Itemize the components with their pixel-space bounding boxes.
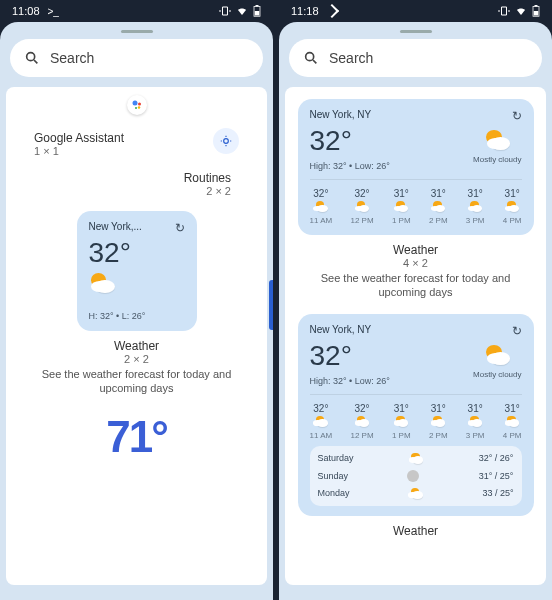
hour-cell: 31°1 PM [392, 403, 411, 440]
widget-highlow: H: 32° • L: 26° [89, 311, 185, 321]
weather-widget-desc: See the weather forecast for today and u… [293, 271, 538, 300]
refresh-icon[interactable]: ↻ [175, 221, 185, 235]
partly-cloudy-icon [394, 416, 408, 427]
svg-rect-1 [256, 5, 259, 7]
partly-cloudy-icon [409, 453, 423, 464]
hour-cell: 31°2 PM [429, 188, 448, 225]
widget-picker-panel: Search New York, NY ↻ 32° High: 32° • Lo… [279, 22, 552, 600]
partly-cloudy-icon [431, 416, 445, 427]
svg-line-18 [313, 60, 316, 63]
weather-widget-4x3[interactable]: New York, NY ↻ 32° High: 32° • Low: 26° … [298, 314, 534, 516]
weather-widget-4x2[interactable]: New York, NY ↻ 32° High: 32° • Low: 26° … [298, 99, 534, 235]
widget-city: New York, NY [310, 109, 372, 120]
widget-highlow: High: 32° • Low: 26° [310, 161, 390, 171]
moon-icon [407, 470, 419, 482]
svg-point-9 [224, 139, 229, 144]
svg-point-5 [132, 101, 137, 106]
partly-cloudy-icon [468, 416, 482, 427]
partly-cloudy-icon [505, 201, 519, 212]
wifi-icon [514, 5, 528, 17]
terminal-icon: >_ [48, 6, 59, 17]
assistant-size: 1 × 1 [34, 145, 124, 157]
partly-cloudy-icon [355, 201, 369, 212]
search-placeholder: Search [50, 50, 94, 66]
search-bar[interactable]: Search [10, 39, 263, 77]
wifi-icon [235, 5, 249, 17]
vibrate-icon [219, 5, 231, 17]
weather-widget-size: 2 × 2 [14, 353, 259, 365]
daily-forecast: Saturday32° / 26°Sunday31° / 25°Monday33… [310, 446, 522, 506]
search-bar[interactable]: Search [289, 39, 542, 77]
hour-cell: 32°12 PM [350, 188, 373, 225]
drag-handle[interactable] [121, 30, 153, 33]
refresh-icon[interactable]: ↻ [512, 109, 522, 123]
hourly-forecast: 32°11 AM32°12 PM31°1 PM31°2 PM31°3 PM31°… [310, 179, 522, 225]
partly-cloudy-icon [431, 201, 445, 212]
hourly-forecast: 32°11 AM32°12 PM31°1 PM31°2 PM31°3 PM31°… [310, 394, 522, 440]
weather-widget-2x2[interactable]: New York,... ↻ 32° H: 32° • L: 26° [77, 211, 197, 331]
status-bar: 11:08 >_ [0, 0, 273, 22]
scroll-indicator[interactable] [269, 280, 273, 330]
vibrate-icon [498, 5, 510, 17]
partly-cloudy-icon [314, 201, 328, 212]
partly-cloudy-icon [484, 130, 510, 150]
phone-right: 11:18 Search New Yor [279, 0, 552, 600]
widget-temp: 32° [89, 237, 185, 269]
hour-cell: 31°2 PM [429, 403, 448, 440]
svg-point-3 [27, 53, 35, 61]
widget-list: Google Assistant 1 × 1 Routines 2 × 2 Ne… [6, 87, 267, 585]
partly-cloudy-icon [484, 345, 510, 365]
svg-point-6 [138, 103, 141, 106]
partly-cloudy-icon [409, 488, 423, 499]
partly-cloudy-icon [89, 273, 115, 293]
battery-icon [532, 5, 540, 17]
nav-send-icon [324, 4, 338, 18]
routines-size: 2 × 2 [14, 185, 231, 197]
widget-temp: 32° [310, 125, 390, 157]
svg-point-8 [135, 107, 137, 109]
partly-cloudy-icon [394, 201, 408, 212]
weather-widget-desc: See the weather forecast for today and u… [14, 367, 259, 396]
widget-condition: Mostly cloudy [473, 155, 521, 164]
svg-rect-16 [534, 11, 539, 16]
day-row: Monday33 / 25° [318, 485, 514, 502]
svg-rect-2 [255, 11, 260, 16]
widget-picker-panel: Search Google Assistant 1 × 1 Routines 2… [0, 22, 273, 600]
svg-point-17 [306, 53, 314, 61]
search-icon [24, 50, 40, 66]
weather-widget-title: Weather [14, 339, 259, 353]
hour-cell: 32°12 PM [350, 403, 373, 440]
routines-widget-label[interactable]: Routines 2 × 2 [14, 161, 259, 203]
refresh-icon[interactable]: ↻ [512, 324, 522, 338]
clock: 11:08 [12, 5, 40, 17]
widget-condition: Mostly cloudy [473, 370, 521, 379]
clock: 11:18 [291, 5, 319, 17]
hour-cell: 31°1 PM [392, 188, 411, 225]
routines-bulb-icon[interactable] [213, 128, 239, 154]
svg-rect-15 [535, 5, 538, 7]
day-row: Sunday31° / 25° [318, 467, 514, 485]
status-bar: 11:18 [279, 0, 552, 22]
hour-cell: 31°3 PM [466, 188, 485, 225]
bottom-temp: 71° [14, 412, 259, 462]
svg-point-7 [137, 106, 140, 109]
drag-handle[interactable] [400, 30, 432, 33]
weather-widget-title: Weather [293, 243, 538, 257]
weather-widget-size: 4 × 2 [293, 257, 538, 269]
partly-cloudy-icon [355, 416, 369, 427]
phone-left: 11:08 >_ Search [0, 0, 273, 600]
hour-cell: 31°3 PM [466, 403, 485, 440]
assistant-widget-label[interactable]: Google Assistant 1 × 1 [34, 125, 124, 157]
svg-line-4 [34, 60, 37, 63]
battery-icon [253, 5, 261, 17]
widget-temp: 32° [310, 340, 390, 372]
weather-widget-title-footer: Weather [293, 524, 538, 538]
day-row: Saturday32° / 26° [318, 450, 514, 467]
partly-cloudy-icon [468, 201, 482, 212]
widget-city: New York,... [89, 221, 142, 232]
widget-city: New York, NY [310, 324, 372, 335]
google-assistant-icon[interactable] [127, 95, 147, 115]
widget-highlow: High: 32° • Low: 26° [310, 376, 390, 386]
hour-cell: 31°4 PM [503, 188, 522, 225]
search-icon [303, 50, 319, 66]
